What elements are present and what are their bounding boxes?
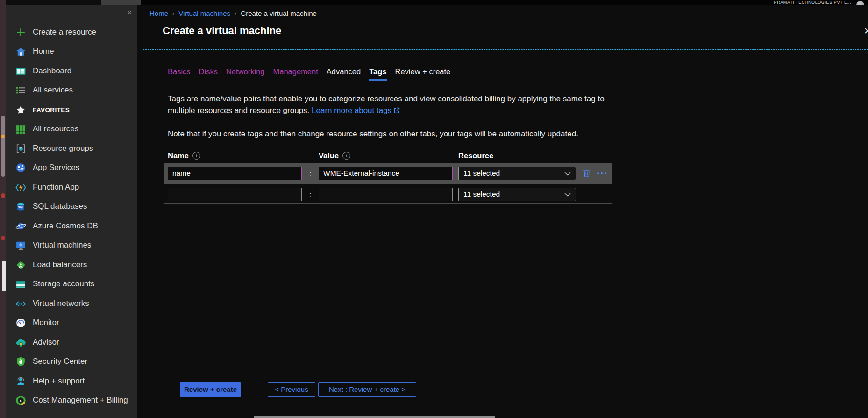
page-title: Create a virtual machine	[163, 25, 281, 37]
tab-disks[interactable]: Disks	[199, 67, 218, 81]
footer-divider	[168, 369, 859, 369]
learn-more-label: Learn more about tags	[312, 106, 391, 115]
plus-icon	[15, 27, 26, 38]
close-icon[interactable]: ✕	[864, 26, 868, 36]
sidebar-item-label: Azure Cosmos DB	[33, 221, 98, 231]
sidebar-item-label: Monitor	[33, 318, 59, 327]
sidebar-item-cost-management[interactable]: s Cost Management + Billing	[6, 394, 137, 407]
virtual-networks-icon	[15, 298, 26, 309]
sidebar-item-label: Resource groups	[33, 144, 93, 153]
storage-accounts-icon	[15, 279, 26, 290]
edge-red-fragment	[1, 193, 5, 198]
virtual-machines-icon	[15, 240, 26, 251]
next-button[interactable]: Next : Review + create >	[318, 382, 416, 397]
sidebar-item-all-services[interactable]: All services	[6, 84, 137, 97]
sidebar-item-virtual-machines[interactable]: Virtual machines	[6, 239, 137, 252]
tag-row: : 11 selected	[164, 163, 612, 184]
sidebar: « Create a resource Home Dashboard All s…	[6, 5, 137, 418]
tab-bar: Basics Disks Networking Management Advan…	[168, 67, 859, 81]
tags-table: Name Value Resource : 11 selected	[168, 151, 859, 204]
sidebar-item-app-services[interactable]: App Services	[6, 161, 137, 174]
sidebar-item-monitor[interactable]: Monitor	[6, 316, 137, 329]
tag-value-input[interactable]	[319, 167, 453, 180]
sidebar-item-label: Virtual machines	[33, 241, 91, 250]
resource-dropdown-value: 11 selected	[463, 190, 500, 198]
sidebar-item-function-app[interactable]: Function App	[6, 181, 137, 194]
edge-red-fragment	[1, 236, 5, 240]
tab-review-create[interactable]: Review + create	[395, 67, 451, 81]
breadcrumb-link-home[interactable]: Home	[149, 9, 168, 17]
learn-more-link[interactable]: Learn more about tags	[312, 106, 400, 115]
sidebar-item-virtual-networks[interactable]: Virtual networks	[6, 297, 137, 310]
tab-tags[interactable]: Tags	[369, 67, 386, 81]
sidebar-item-label: Load balancers	[33, 260, 87, 269]
sidebar-item-label: Function App	[33, 183, 79, 192]
sidebar-item-storage-accounts[interactable]: Storage accounts	[6, 277, 137, 290]
dashboard-icon	[15, 66, 26, 77]
sidebar-item-advisor[interactable]: Advisor	[6, 336, 137, 349]
sidebar-item-load-balancers[interactable]: Load balancers	[6, 258, 137, 271]
sidebar-item-create-a-resource[interactable]: Create a resource	[6, 26, 137, 39]
sidebar-item-resource-groups[interactable]: Resource groups	[6, 142, 137, 155]
more-options-icon[interactable]	[595, 172, 606, 175]
delete-row-icon[interactable]	[582, 169, 591, 178]
svg-text:s: s	[20, 398, 22, 403]
tab-management[interactable]: Management	[273, 67, 318, 81]
sidebar-item-label: Home	[33, 47, 54, 56]
sidebar-item-label: SQL databases	[33, 202, 87, 211]
column-header-name: Name	[168, 151, 189, 160]
azure-cosmos-db-icon	[15, 221, 26, 232]
review-create-button[interactable]: Review + create	[180, 382, 241, 397]
sidebar-item-label: Security Center	[33, 357, 87, 366]
main-content: Home › Virtual machines › Create a virtu…	[137, 5, 868, 418]
sidebar-item-label: Cost Management + Billing	[33, 396, 128, 405]
sidebar-item-help-support[interactable]: Help + support	[6, 375, 137, 388]
sidebar-item-security-center[interactable]: Security Center	[6, 355, 137, 368]
sidebar-item-dashboard[interactable]: Dashboard	[6, 64, 137, 78]
resource-dropdown[interactable]: 11 selected	[458, 188, 576, 201]
sidebar-item-label: Dashboard	[33, 66, 71, 76]
monitor-icon	[15, 318, 26, 328]
tag-value-input[interactable]	[319, 188, 453, 201]
sidebar-item-label: All resources	[33, 124, 78, 134]
browser-tab-fragment	[101, 0, 141, 5]
tab-networking[interactable]: Networking	[226, 67, 265, 81]
column-header-value: Value	[319, 151, 339, 160]
chevron-down-icon	[564, 190, 571, 198]
sidebar-item-all-resources[interactable]: All resources	[6, 122, 137, 135]
edge-scrollbar-fragment	[1, 116, 5, 177]
app-services-icon	[15, 163, 26, 173]
resource-dropdown-value: 11 selected	[463, 169, 500, 177]
sidebar-item-label: Help + support	[33, 376, 85, 386]
all-resources-icon	[15, 124, 26, 135]
tag-name-input[interactable]	[168, 188, 302, 201]
sidebar-item-label: Virtual networks	[33, 299, 89, 308]
info-icon[interactable]	[192, 152, 200, 160]
home-icon	[15, 46, 26, 57]
sidebar-item-sql-databases[interactable]: SQL SQL databases	[6, 200, 137, 213]
edge-orange-fragment	[1, 135, 5, 138]
sidebar-collapse-icon[interactable]: «	[128, 7, 132, 17]
cost-management-icon: s	[15, 395, 26, 406]
column-header-resource: Resource	[458, 151, 493, 160]
chevron-down-icon	[564, 169, 571, 177]
breadcrumb-separator-icon: ›	[172, 10, 174, 17]
sidebar-item-home[interactable]: Home	[6, 45, 137, 58]
tab-basics[interactable]: Basics	[168, 67, 191, 81]
tag-name-input[interactable]	[168, 167, 302, 180]
breadcrumb-link-virtual-machines[interactable]: Virtual machines	[178, 9, 230, 17]
edge-white-fragment	[2, 261, 6, 291]
previous-button[interactable]: < Previous	[268, 382, 315, 397]
svg-text:SQL: SQL	[18, 206, 24, 209]
breadcrumb-separator-icon: ›	[235, 10, 236, 17]
azure-portal-window: PRAMATI TECHNOLOGIES PVT L... « Create a…	[0, 0, 868, 418]
sidebar-item-azure-cosmos-db[interactable]: Azure Cosmos DB	[6, 220, 137, 233]
info-icon[interactable]	[342, 152, 350, 160]
security-center-icon	[15, 356, 26, 367]
function-app-icon	[15, 182, 26, 193]
tab-advanced[interactable]: Advanced	[327, 67, 361, 81]
name-value-separator: :	[302, 170, 319, 177]
resource-dropdown[interactable]: 11 selected	[458, 167, 576, 180]
external-link-icon	[394, 105, 400, 117]
sql-databases-icon: SQL	[15, 201, 26, 212]
